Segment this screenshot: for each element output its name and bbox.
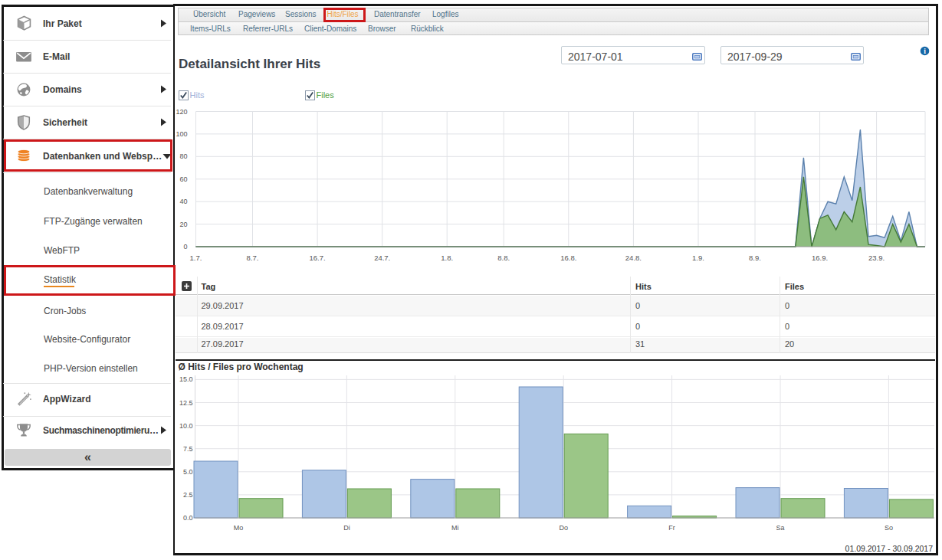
svg-text:20: 20 [179,221,187,228]
svg-text:60: 60 [179,175,187,183]
svg-text:23.9.: 23.9. [868,254,885,262]
svg-text:1.8.: 1.8. [441,254,453,262]
svg-text:100: 100 [176,130,187,138]
svg-text:120: 120 [176,108,187,116]
svg-text:16.7.: 16.7. [310,254,326,262]
svg-text:1.9.: 1.9. [692,254,704,262]
svg-text:12.5: 12.5 [179,399,193,407]
svg-text:5.0: 5.0 [183,468,193,476]
svg-text:16.9.: 16.9. [812,254,828,262]
svg-text:24.8.: 24.8. [625,254,642,262]
svg-text:Mi: Mi [451,524,459,532]
svg-text:8.8.: 8.8. [497,254,510,262]
svg-text:10.0: 10.0 [179,422,193,430]
svg-text:8.7.: 8.7. [247,254,259,262]
svg-text:So: So [885,524,893,532]
svg-text:1.7.: 1.7. [190,254,202,262]
svg-text:16.8.: 16.8. [560,254,576,262]
svg-text:24.7.: 24.7. [374,254,390,262]
svg-text:0.0: 0.0 [183,514,193,522]
svg-text:Sa: Sa [776,524,784,532]
svg-text:2.5: 2.5 [183,491,193,499]
svg-text:15.0: 15.0 [179,375,193,383]
svg-text:Do: Do [559,524,568,532]
svg-text:0: 0 [183,243,187,251]
svg-text:Mo: Mo [234,524,244,532]
svg-text:8.9.: 8.9. [749,254,761,262]
svg-text:Di: Di [343,524,350,532]
svg-text:Fr: Fr [668,524,675,532]
svg-text:7.5: 7.5 [183,445,193,453]
svg-text:80: 80 [179,152,187,160]
svg-text:40: 40 [179,198,187,205]
